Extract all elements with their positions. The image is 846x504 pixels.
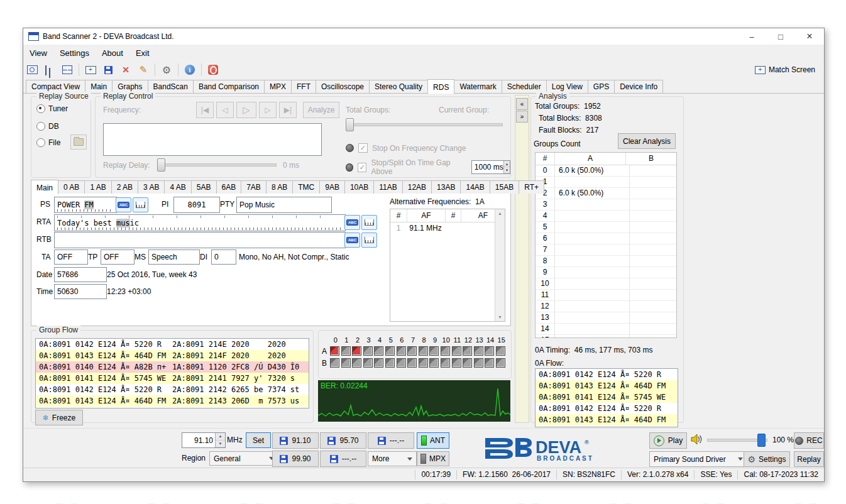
group-flow-row[interactable]: 0A:8091 0141 E124 Å¤ 5745 WE2A:8091 2141…	[36, 373, 309, 384]
group-flow-row[interactable]: 0A:8091 0142 E124 Å¤ 5220 R2A:8091 214E …	[36, 339, 309, 350]
af-table[interactable]: # AF # AF 1 91.1 MHz ▲▼	[390, 209, 505, 322]
save-icon[interactable]	[100, 62, 116, 77]
set-button[interactable]: Set	[246, 432, 271, 448]
tab-rds[interactable]: RDS	[427, 79, 454, 94]
match-screen-button[interactable]: + Match Screen	[751, 64, 819, 75]
rds-subtab-15ab[interactable]: 15AB	[490, 180, 519, 194]
analysis-flow-list[interactable]: 0A:8091 0142 E124 Å¤ 5220 R0A:8091 0143 …	[535, 368, 678, 427]
time-gap-spinner[interactable]: ▲▼	[503, 161, 510, 173]
replay-button[interactable]: Replay	[794, 451, 824, 467]
edit-pencil-icon[interactable]: ✎	[135, 62, 151, 77]
rds-subtab-5ab[interactable]: 5AB	[191, 180, 217, 194]
play-replay-icon[interactable]: ▷	[236, 102, 256, 118]
tab-compact-view[interactable]: Compact View	[26, 80, 85, 93]
group-flow-row[interactable]: 0A:8091 0140 E124 Å¤ A82B п+1A:8091 1120…	[36, 361, 309, 373]
stop-frequency-checkbox[interactable]: ✓	[358, 143, 368, 153]
rds-subtab-10ab[interactable]: 10AB	[344, 180, 374, 194]
group-flow-list[interactable]: 0A:8091 0142 E124 Å¤ 5220 R2A:8091 214E …	[35, 338, 309, 408]
compact-view-icon[interactable]	[24, 62, 40, 77]
pi-field[interactable]: 8091	[173, 197, 220, 213]
rds-subtab-8-ab[interactable]: 8 AB	[266, 180, 293, 194]
rds-subtab-14ab[interactable]: 14AB	[460, 180, 490, 194]
delete-icon[interactable]: ✕	[118, 62, 134, 77]
sound-driver-dropdown[interactable]: Primary Sound Driver	[649, 451, 747, 467]
groups-count-table[interactable]: # A B 06.0 k (50.0%)126.0 k (50.0%)34567…	[535, 152, 677, 338]
skip-first-icon[interactable]: |◀	[196, 102, 214, 118]
tab-graphs[interactable]: Graphs	[112, 80, 148, 93]
prev-icon[interactable]: ◁	[216, 102, 234, 118]
ta-field[interactable]: OFF	[54, 249, 88, 265]
rds-subtab-main[interactable]: Main	[31, 180, 58, 194]
rds-subtab-7ab[interactable]: 7AB	[241, 180, 266, 194]
freeze-button[interactable]: ❄ Freeze	[35, 410, 83, 425]
frequency-spinner[interactable]: ▲▼	[215, 433, 225, 447]
replay-file-listbox[interactable]	[103, 123, 322, 156]
expand-right-button[interactable]: »	[516, 111, 528, 123]
rds-subtab-6ab[interactable]: 6AB	[216, 180, 242, 194]
more-dropdown[interactable]: More	[368, 451, 417, 466]
settings-gear-icon[interactable]: ⚙	[158, 62, 175, 77]
tab-bandscan[interactable]: BandScan	[148, 80, 194, 93]
mpx-button[interactable]: MPX	[417, 451, 449, 466]
region-dropdown[interactable]: General	[209, 451, 278, 466]
menu-exit[interactable]: Exit	[129, 46, 156, 60]
maximize-button[interactable]: □	[766, 28, 795, 45]
rtb-ruler-button[interactable]	[361, 233, 377, 248]
tab-stereo-quality[interactable]: Stereo Quality	[369, 80, 428, 93]
rds-subtab-rt+[interactable]: RT+	[519, 180, 544, 194]
menu-about[interactable]: About	[96, 46, 129, 60]
close-button[interactable]: ×	[795, 28, 824, 45]
open-file-button[interactable]	[70, 134, 87, 150]
preset-button-2[interactable]: 95.70	[320, 432, 366, 449]
tab-device-info[interactable]: Device Info	[614, 80, 663, 93]
time-gap-input[interactable]: 1000 ms ▲▼	[471, 160, 510, 174]
tab-scheduler[interactable]: Scheduler	[502, 80, 547, 93]
ant-button[interactable]: ANT	[417, 432, 449, 449]
rtb-field[interactable]	[54, 232, 346, 248]
tab-log-view[interactable]: Log View	[546, 80, 588, 93]
rds-subtab-12ab[interactable]: 12AB	[402, 180, 432, 194]
tab-watermark[interactable]: Watermark	[454, 80, 502, 93]
group-position-slider[interactable]	[346, 118, 503, 130]
clear-analysis-button[interactable]: Clear Analysis	[618, 133, 676, 149]
minimize-button[interactable]: –	[737, 28, 766, 45]
rds-subtab-1-ab[interactable]: 1 AB	[84, 180, 111, 194]
power-icon[interactable]	[205, 62, 221, 77]
radio-tuner[interactable]: Tuner	[36, 104, 68, 113]
rds-subtab-11ab[interactable]: 11AB	[373, 180, 402, 194]
rds-subtab-3-ab[interactable]: 3 AB	[138, 180, 165, 194]
af-scrollbar[interactable]: ▲▼	[495, 209, 505, 321]
tab-main[interactable]: Main	[85, 80, 113, 93]
rds-subtab-13ab[interactable]: 13AB	[431, 180, 461, 194]
tab-gps[interactable]: GPS	[588, 80, 615, 93]
rds-subtab-2-ab[interactable]: 2 AB	[111, 180, 138, 194]
preset-button-3[interactable]: ---.--	[368, 432, 414, 449]
rtb-charset-button[interactable]: ABC	[344, 233, 360, 248]
menu-settings[interactable]: Settings	[53, 46, 96, 60]
preset-button-4[interactable]: 99.90	[272, 451, 319, 467]
rta-ruler-button[interactable]	[361, 215, 377, 230]
group-flow-row[interactable]: 0A:8091 0142 E124 Å¤ 5220 R2A:8091 2142 …	[36, 384, 309, 395]
tab-oscilloscope[interactable]: Oscilloscope	[316, 80, 370, 93]
group-flow-row[interactable]: 0A:8091 0143 E124 Å¤ 464D FM2A:8091 2143…	[36, 395, 309, 407]
rta-charset-button[interactable]: ABC	[344, 215, 360, 230]
rec-button[interactable]: REC	[794, 432, 824, 449]
tab-band-comparison[interactable]: Band Comparison	[193, 80, 265, 93]
ps-charset-button[interactable]: ABC	[116, 197, 131, 212]
time-field[interactable]: 50630	[54, 284, 107, 299]
replay-delay-slider[interactable]	[157, 158, 277, 170]
stop-gap-checkbox[interactable]: ✓	[358, 163, 366, 172]
rds-subtab-tmc[interactable]: TMC	[292, 180, 320, 194]
pty-field[interactable]: Pop Music	[236, 197, 332, 213]
radio-db[interactable]: DB	[36, 122, 59, 131]
preset-button-5[interactable]: ---.--	[320, 451, 366, 467]
play-button[interactable]: Play	[649, 432, 687, 449]
rds-subtab-9ab[interactable]: 9AB	[319, 180, 345, 194]
preset-button-1[interactable]: 91.10	[272, 432, 319, 449]
tp-field[interactable]: OFF	[101, 249, 135, 265]
settings-button[interactable]: ⚙Settings	[744, 451, 790, 467]
info-icon[interactable]: i	[182, 62, 198, 77]
menu-view[interactable]: View	[23, 46, 53, 60]
ms-field[interactable]: Speech	[148, 249, 200, 265]
skip-last-icon[interactable]: ▶|	[279, 102, 297, 118]
